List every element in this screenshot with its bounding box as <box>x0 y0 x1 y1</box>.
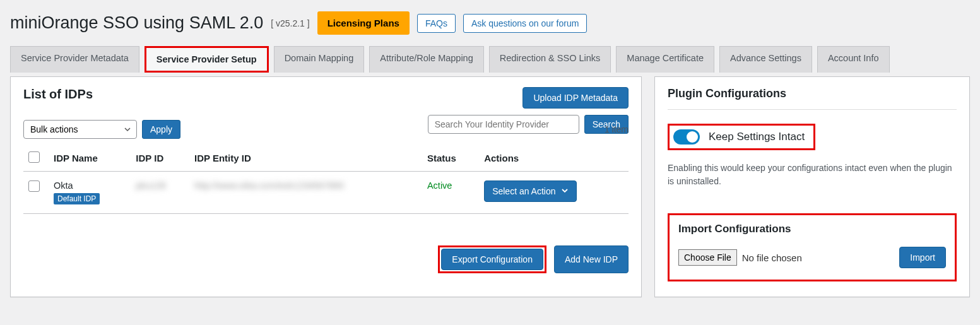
select-all-checkbox[interactable] <box>28 151 40 163</box>
plugin-config-title: Plugin Configurations <box>668 87 957 100</box>
tab-manage-certificate[interactable]: Manage Certificate <box>616 46 714 73</box>
page-title: miniOrange SSO using SAML 2.0 <box>10 13 263 33</box>
tab-redirection-sso-links[interactable]: Redirection & SSO Links <box>489 46 611 73</box>
licensing-plans-button[interactable]: Licensing Plans <box>317 11 410 35</box>
search-idp-input[interactable] <box>428 115 579 134</box>
version-label: [ v25.2.1 ] <box>271 18 309 28</box>
tab-domain-mapping[interactable]: Domain Mapping <box>274 46 365 73</box>
apply-bulk-button[interactable]: Apply <box>142 120 180 139</box>
table-row: Okta Default IDP pku128 http://www.okta.… <box>23 172 629 214</box>
col-status: Status <box>422 145 479 172</box>
chevron-down-icon <box>561 186 569 196</box>
faqs-link[interactable]: FAQs <box>417 14 456 33</box>
action-label: Select an Action <box>492 186 555 196</box>
import-button[interactable]: Import <box>899 247 946 268</box>
idp-list-panel: List of IDPs Upload IDP Metadata Search … <box>10 76 642 297</box>
tab-advance-settings[interactable]: Advance Settings <box>719 46 812 73</box>
status-cell: Active <box>427 180 452 191</box>
item-count: 1 item <box>605 124 629 134</box>
upload-idp-metadata-button[interactable]: Upload IDP Metadata <box>522 87 629 109</box>
keep-settings-toggle[interactable] <box>673 129 700 145</box>
col-idp-entity: IDP Entity ID <box>189 145 422 172</box>
page-header: miniOrange SSO using SAML 2.0 [ v25.2.1 … <box>8 8 972 46</box>
choose-file-button[interactable]: Choose File <box>678 249 737 266</box>
divider <box>668 109 957 110</box>
export-highlight: Export Configuration <box>438 245 546 273</box>
keep-settings-description: Enabling this would keep your configurat… <box>668 162 957 188</box>
list-title: List of IDPs <box>23 87 93 102</box>
tab-account-info[interactable]: Account Info <box>817 46 890 73</box>
import-config-highlight: Import Configurations Choose File No fil… <box>668 213 957 281</box>
no-file-label: No file chosen <box>742 252 802 263</box>
default-idp-badge: Default IDP <box>54 193 100 204</box>
import-config-title: Import Configurations <box>678 223 946 235</box>
idp-id-cell: pku128 <box>136 180 166 191</box>
export-configuration-button[interactable]: Export Configuration <box>441 249 543 270</box>
tab-service-provider-setup[interactable]: Service Provider Setup <box>145 46 269 73</box>
idp-table: IDP Name IDP ID IDP Entity ID Status Act… <box>23 145 629 214</box>
tab-service-provider-metadata[interactable]: Service Provider Metadata <box>10 46 139 73</box>
forum-link[interactable]: Ask questions on our forum <box>463 14 587 33</box>
add-new-idp-button[interactable]: Add New IDP <box>554 245 629 273</box>
tab-attribute-role-mapping[interactable]: Attribute/Role Mapping <box>369 46 484 73</box>
select-action-dropdown[interactable]: Select an Action <box>484 180 576 202</box>
col-idp-id: IDP ID <box>131 145 189 172</box>
bulk-actions-select[interactable]: Bulk actions <box>23 120 137 139</box>
keep-settings-label: Keep Settings Intact <box>709 131 805 143</box>
tab-bar: Service Provider Metadata Service Provid… <box>10 46 970 73</box>
col-actions: Actions <box>479 145 629 172</box>
row-checkbox[interactable] <box>28 180 40 192</box>
plugin-config-panel: Plugin Configurations Keep Settings Inta… <box>654 76 970 297</box>
idp-entity-cell: http://www.okta.com/exk1234567890 <box>194 180 344 191</box>
col-idp-name: IDP Name <box>49 145 131 172</box>
idp-name-cell: Okta <box>54 180 126 191</box>
keep-settings-highlight: Keep Settings Intact <box>668 124 815 150</box>
